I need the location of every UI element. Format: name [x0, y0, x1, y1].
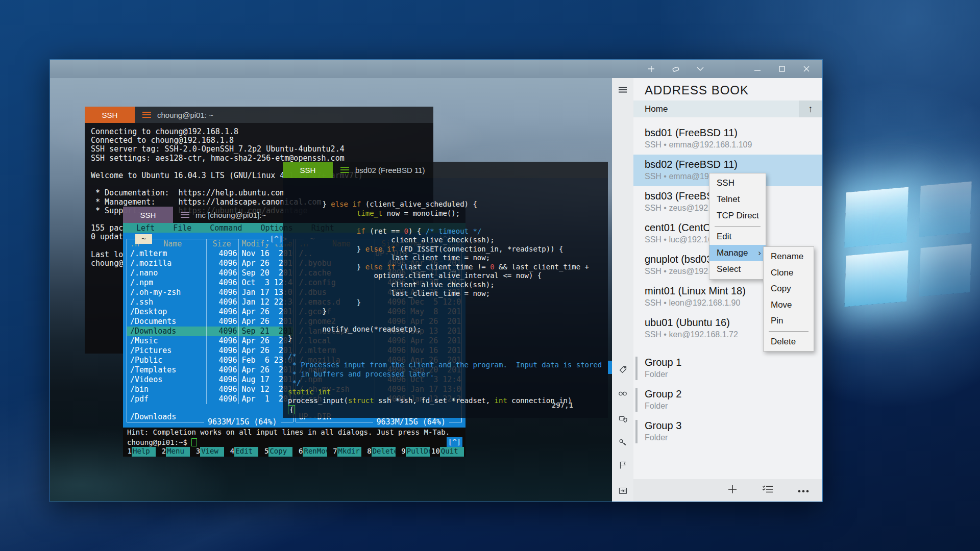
clear-eraser-icon[interactable] [668, 62, 683, 76]
mc-file-row[interactable]: /Videos4096Aug 17 2016 [127, 375, 293, 385]
hamburger-menu-icon[interactable] [135, 107, 157, 123]
code-line: } [288, 298, 603, 308]
close-button[interactable] [799, 62, 814, 76]
mc-menu-file[interactable]: File [173, 223, 191, 233]
mc-file-row[interactable]: /.oh-my-zsh4096Jan 17 13:07 [127, 288, 293, 297]
protocol-badge: SSH [85, 107, 135, 123]
mc-file-row[interactable]: /bin4096Nov 12 2016 [127, 385, 293, 394]
function-key-f10[interactable]: 10Quit [431, 447, 465, 457]
add-host-button[interactable] [727, 484, 738, 496]
context-menu: SSHTelnetTCP DirectEditManage›Select [709, 173, 766, 280]
mc-file-row[interactable]: /.mozilla4096Apr 26 2016 [127, 259, 293, 268]
host-subtitle: Folder [645, 368, 822, 379]
host-name: bsd02 (FreeBSD 11) [645, 155, 822, 170]
code-line: notify_done(*readsetp); [288, 325, 603, 334]
maximize-button[interactable] [774, 62, 790, 76]
breadcrumb[interactable]: Home ↑ [633, 101, 822, 117]
function-key-f1[interactable]: 1Help [123, 447, 157, 457]
mc-disk-usage: 9633M/15G (64%) [204, 417, 280, 427]
mc-file-row[interactable]: /.mlterm4096Nov 16 2016 [127, 249, 293, 259]
addressbook-folder-row[interactable]: Group 2Folder [633, 384, 822, 416]
function-key-f9[interactable]: 9PullDn [397, 447, 431, 457]
mc-file-row[interactable]: /Pictures4096Apr 26 2016 [127, 346, 293, 356]
minimize-button[interactable] [750, 62, 765, 76]
mc-file-row[interactable]: /.npm4096Oct 3 12:44 [127, 278, 293, 288]
mc-menu-left[interactable]: Left [136, 223, 155, 233]
hamburger-menu-icon[interactable] [612, 82, 633, 97]
flag-icon[interactable] [612, 457, 633, 472]
hamburger-menu-icon[interactable] [333, 162, 355, 178]
mc-disk-usage: 9633M/15G (64%) [373, 417, 449, 427]
tab-title: choung@pi01: ~ [157, 111, 213, 119]
menu-divider [715, 226, 761, 227]
mc-prompt-row[interactable]: choung@pi01:~$ [^] [123, 437, 465, 447]
host-name: bsd01 (FreeBSD 11) [645, 123, 822, 139]
menu-divider [769, 331, 808, 332]
code-line [288, 316, 603, 325]
menu-item-manage[interactable]: Manage› [709, 245, 766, 261]
bsd02-screen[interactable]: } else if (client_alive_scheduled) { tim… [283, 178, 608, 418]
multi-select-button[interactable] [762, 485, 773, 496]
function-key-f7[interactable]: 7Mkdir [329, 447, 363, 457]
host-name: Group 3 [645, 416, 822, 432]
sessions-icon[interactable] [612, 386, 633, 401]
mc-left-panel[interactable]: ~.[^]>.nNameSizeModify time/.mlterm4096N… [127, 239, 293, 422]
mc-file-row[interactable]: /Music4096Apr 26 2016 [127, 336, 293, 346]
key-icon[interactable] [612, 435, 633, 450]
function-key-f2[interactable]: 2Menu [157, 447, 191, 457]
tag-icon[interactable] [612, 362, 633, 377]
pi01-tabbar[interactable]: SSH choung@pi01: ~ [85, 107, 433, 123]
addressbook-folder-row[interactable]: Group 1Folder [633, 353, 822, 384]
terminal-line: Connecting to choung@192.168.1.8 [91, 128, 427, 136]
menu-item-ssh[interactable]: SSH [709, 175, 766, 191]
remote-shield-icon[interactable] [612, 412, 633, 427]
menu-item-copy[interactable]: Copy [764, 281, 814, 297]
scroll-indicator: [^] [447, 437, 462, 447]
code-line: last_client_time = now; [288, 289, 603, 298]
menu-item-edit[interactable]: Edit [709, 229, 766, 245]
menu-item-clone[interactable]: Clone [764, 265, 814, 281]
host-subtitle: SSH • emma@192.168.1.109 [645, 139, 822, 149]
function-key-f3[interactable]: 3View [191, 447, 226, 457]
mc-file-row[interactable]: /pdf4096Apr 1 2016 [127, 394, 293, 404]
addressbook-folder-row[interactable]: Group 3Folder [633, 416, 822, 447]
mc-file-row[interactable]: /Documents4096Apr 26 2016 [127, 317, 293, 327]
new-session-icon[interactable] [644, 62, 659, 76]
code-line: * in buffers and processed later. [288, 370, 603, 379]
code-line: } [288, 307, 603, 316]
menu-item-telnet[interactable]: Telnet [709, 191, 766, 208]
menu-item-delete[interactable]: Delete [764, 334, 814, 350]
mc-menu-command[interactable]: Command [210, 223, 242, 233]
mc-file-row[interactable]: /Public4096Feb 6 23:09 [127, 356, 293, 365]
mc-file-row[interactable]: /Templates4096Apr 26 2016 [127, 365, 293, 375]
menu-item-tcp-direct[interactable]: TCP Direct [709, 208, 766, 224]
menu-item-pin[interactable]: Pin [764, 313, 814, 329]
mc-file-row[interactable]: /Desktop4096Apr 26 2016 [127, 307, 293, 317]
function-key-f8[interactable]: 8Delete [363, 447, 397, 457]
menu-item-select[interactable]: Select [709, 261, 766, 278]
more-options-button[interactable] [798, 486, 809, 495]
import-icon[interactable] [612, 483, 633, 498]
hamburger-menu-icon[interactable] [173, 207, 195, 223]
menu-item-move[interactable]: Move [764, 297, 814, 313]
mc-panel-path-tab[interactable]: ~ [135, 234, 152, 244]
function-key-f6[interactable]: 6RenMov [294, 447, 328, 457]
code-line: client_alive_check(ssh); [288, 236, 603, 245]
addressbook-host-row[interactable]: bsd01 (FreeBSD 11)SSH • emma@192.168.1.1… [633, 123, 822, 155]
mc-file-row[interactable]: /Downloads4096Sep 21 2016 [127, 327, 293, 336]
chevron-down-icon[interactable] [693, 62, 708, 76]
mc-file-row[interactable]: /.ssh4096Jan 12 22:34 [127, 297, 293, 307]
host-name: Group 2 [645, 384, 822, 400]
terminal-line: Connected to choung@192.168.1.8 [91, 136, 427, 145]
terminal-line: SSH server tag: SSH-2.0-OpenSSH_7.2p2 Ub… [91, 145, 427, 154]
up-level-button[interactable]: ↑ [799, 101, 822, 117]
function-key-f5[interactable]: 5Copy [260, 447, 294, 457]
mc-file-row[interactable]: /.nano4096Sep 20 2016 [127, 268, 293, 278]
menu-item-rename[interactable]: Rename [764, 248, 814, 265]
ssh-client-app-window: SSH choung@pi01: ~ Connecting to choung@… [50, 59, 823, 502]
active-section-indicator [608, 361, 612, 374]
desktop: SSH choung@pi01: ~ Connecting to choung@… [0, 0, 980, 551]
function-key-f4[interactable]: 4Edit [226, 447, 260, 457]
host-subtitle: Folder [645, 432, 822, 442]
bsd02-tabbar[interactable]: SSH bsd02 (FreeBSD 11) [283, 162, 608, 178]
